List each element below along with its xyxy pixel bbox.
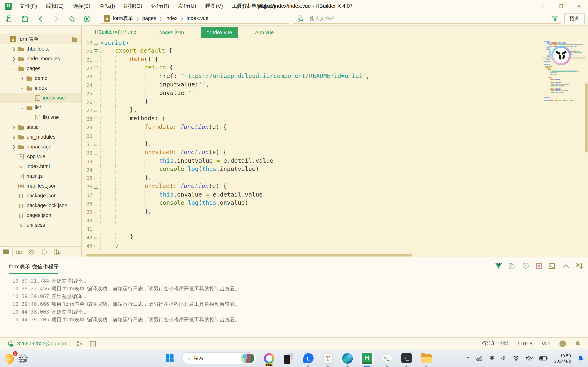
taskbar-app-terminal[interactable]: >_ <box>399 351 413 365</box>
tree-item-index[interactable]: ⌄index <box>0 83 81 93</box>
minimize-button[interactable]: – <box>534 0 552 12</box>
line-number[interactable]: 32 <box>82 150 92 156</box>
fold-toggle-icon[interactable]: − <box>94 115 99 124</box>
problems-list-icon[interactable] <box>77 341 83 346</box>
taskbar-app-file-explorer[interactable] <box>419 351 433 365</box>
tree-item-pages-json[interactable]: [ ]pages.json <box>0 210 81 220</box>
tree-item-demo[interactable]: ❯demo <box>0 73 81 83</box>
line-number[interactable]: 29 <box>82 125 92 131</box>
preview-button[interactable]: 预览 <box>564 13 585 24</box>
line-number[interactable]: 27 <box>82 108 92 114</box>
menu-item[interactable]: 选择(S) <box>69 1 94 11</box>
minimap[interactable] <box>543 39 586 243</box>
tree-item-static[interactable]: ❯static <box>0 122 81 132</box>
tree-item-manifest-json[interactable]: [✱]manifest.json <box>0 181 81 191</box>
fold-toggle-icon[interactable]: − <box>94 39 99 47</box>
line-number[interactable]: 21 <box>82 57 92 63</box>
ime-lang-pinyin[interactable]: 拼 <box>501 355 506 362</box>
language-mode[interactable]: Vue <box>541 341 550 346</box>
collapse-folders-icon[interactable] <box>72 38 77 42</box>
menu-item[interactable]: 跳转(G) <box>120 1 146 11</box>
cursor-line[interactable]: 行:13 <box>482 340 494 347</box>
editor-tab-4[interactable]: App.vue <box>249 27 279 38</box>
line-number[interactable]: 19 <box>82 40 92 46</box>
tree-item-list-vue[interactable]: Vlist.vue <box>0 113 81 122</box>
new-file-icon[interactable] <box>3 13 16 24</box>
close-button[interactable]: ✕ <box>570 0 588 12</box>
chevron-right-icon[interactable]: ❯ <box>11 57 16 61</box>
breadcrumb[interactable]: u form表单❯pages❯index❯index.vue <box>100 13 289 24</box>
new-terminal-icon[interactable] <box>549 262 556 269</box>
editor-tab-2[interactable]: pages.json <box>154 27 190 38</box>
tree-item-uni-modules[interactable]: ❯uni_modules <box>0 132 81 142</box>
tree-item-package-lock-json[interactable]: [ ]package-lock.json <box>0 201 81 210</box>
taskbar-app-phone-link[interactable] <box>282 351 296 365</box>
tree-item-app-vue[interactable]: VApp.vue <box>0 152 81 161</box>
tree-item--hbuilderx[interactable]: ❯.hbuilderx <box>0 44 81 54</box>
line-number[interactable]: 25 <box>82 91 92 97</box>
chevron-right-icon[interactable]: ❯ <box>20 76 25 80</box>
line-number[interactable]: 43 <box>82 243 92 249</box>
chevron-right-icon[interactable]: ❯ <box>11 125 16 129</box>
tree-item-index-vue[interactable]: Vindex.vue <box>0 93 81 103</box>
ime-lang-en[interactable]: 英 <box>490 355 494 362</box>
line-number[interactable]: 28 <box>82 116 92 122</box>
editor-horizontal-scrollbar[interactable] <box>86 254 412 257</box>
breadcrumb-segment[interactable]: index.vue <box>187 15 208 21</box>
tree-item-form--[interactable]: ⌄uform表单 <box>0 34 81 44</box>
line-number[interactable]: 39 <box>82 209 92 215</box>
line-number[interactable]: 30 <box>82 133 92 139</box>
tree-item-package-json[interactable]: [ ]package.json <box>0 191 81 201</box>
line-number[interactable]: 31 <box>82 142 92 147</box>
terminal-status-icon[interactable] <box>90 341 96 346</box>
taskbar-app-edge[interactable] <box>341 351 355 365</box>
forward-icon[interactable] <box>50 13 62 24</box>
line-number[interactable]: 41 <box>82 226 92 232</box>
chevron-right-icon[interactable]: ❯ <box>11 145 16 149</box>
line-number[interactable]: 22 <box>82 66 92 71</box>
editor-vertical-scrollbar[interactable] <box>585 83 588 152</box>
notifications-icon[interactable] <box>577 355 584 361</box>
restore-button[interactable]: ❐ <box>552 0 570 12</box>
breadcrumb-segment[interactable]: index <box>165 15 178 21</box>
fold-toggle-icon[interactable]: − <box>94 149 99 157</box>
account-item[interactable]: 3266762823@qq.com <box>8 341 67 347</box>
taskbar-app-copilot[interactable]: PRE <box>262 351 276 365</box>
tree-item-main-js[interactable]: Jmain.js <box>0 171 81 181</box>
line-number[interactable]: 42 <box>82 235 92 240</box>
console-tab[interactable]: form表单-微信小程序 <box>9 263 59 274</box>
line-number[interactable]: 23 <box>82 74 92 80</box>
fold-toggle-icon[interactable]: − <box>94 47 99 56</box>
fold-toggle-icon[interactable]: − <box>94 183 99 191</box>
chevron-right-icon[interactable]: ❯ <box>11 135 16 139</box>
code-lines[interactable]: 19−<script>20−export default {21−data() … <box>82 39 588 250</box>
tree-item-unpackage[interactable]: ❯unpackage <box>0 142 81 152</box>
restart-run-icon[interactable] <box>522 262 529 269</box>
editor-tab-3[interactable]: * index.vue <box>201 27 238 38</box>
debug-panel-icon[interactable] <box>25 247 38 257</box>
editor-tab-1[interactable]: HBuilderX自述.md <box>89 26 142 38</box>
line-number[interactable]: 38 <box>82 201 92 207</box>
filter-funnel-icon[interactable] <box>549 13 561 24</box>
save-icon[interactable] <box>19 13 31 24</box>
line-number[interactable]: 37 <box>82 192 92 198</box>
breadcrumb-segment[interactable]: form表单 <box>113 15 133 21</box>
chevron-right-icon[interactable]: ❯ <box>11 47 16 51</box>
taskbar-app-hbuilderx[interactable]: H <box>360 351 374 365</box>
tray-expand-icon[interactable]: ⌃ <box>466 356 470 360</box>
line-number[interactable]: 20 <box>82 49 92 54</box>
chevron-down-icon[interactable]: ⌄ <box>20 86 25 90</box>
wifi-icon[interactable] <box>512 356 519 361</box>
bookmark-star-icon[interactable] <box>65 13 78 24</box>
taskbar-app-text-editor[interactable]: T <box>321 351 335 365</box>
cursor-col[interactable]: 列:1 <box>500 340 509 347</box>
taskbar-app-wechat-devtools[interactable]: >_ <box>380 351 394 365</box>
stop-icon[interactable] <box>535 262 543 269</box>
encoding[interactable]: UTF-8 <box>518 341 533 346</box>
line-number[interactable]: 33 <box>82 159 92 164</box>
weather-widget[interactable]: 1 15°C 雾霾 <box>4 352 78 364</box>
menu-item[interactable]: 文件(F) <box>16 1 41 11</box>
volume-muted-icon[interactable] <box>526 356 533 361</box>
start-button[interactable] <box>163 351 176 365</box>
menu-item[interactable]: 查找(I) <box>96 1 119 11</box>
